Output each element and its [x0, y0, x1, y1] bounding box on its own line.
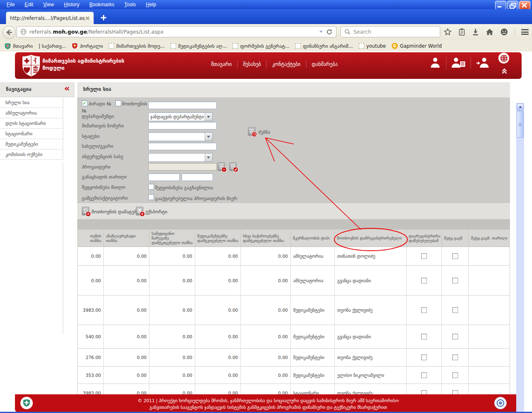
- bookmark-item[interactable]: youtube: [357, 43, 388, 49]
- downloads-icon[interactable]: [472, 28, 479, 36]
- registered-checkbox[interactable]: [421, 278, 427, 283]
- search-input[interactable]: Search: [341, 26, 440, 37]
- menu-file[interactable]: File: [7, 2, 15, 7]
- col-header-medications-approved[interactable]: მედიკამენტებზე დამტკიცებული თანხა: [195, 230, 241, 247]
- chat-icon[interactable]: [500, 28, 508, 36]
- vertical-scrollbar[interactable]: [516, 103, 524, 413]
- notified-checkbox[interactable]: [452, 372, 458, 378]
- registered-checkbox[interactable]: [421, 372, 427, 378]
- notified-checkbox[interactable]: [452, 253, 458, 259]
- sidebar-item-medications[interactable]: მედიკამენტები: [0, 139, 63, 149]
- notified-checkbox[interactable]: [452, 390, 458, 394]
- address-bar[interactable]: referrals.moh.gov.ge/ReferralsHall/Pages…: [17, 26, 336, 37]
- scroll-up-button[interactable]: [517, 103, 524, 110]
- col-header-medical-approved[interactable]: სამედიცინო ჩარევაზე დამტკიცებული თანხა: [150, 230, 195, 247]
- sidebar-item-hospital[interactable]: სტაციონარი: [0, 129, 63, 139]
- close-button[interactable]: [519, 1, 530, 10]
- sidebar-collapse-icon[interactable]: «: [64, 83, 70, 93]
- col-header-registrar[interactable]: მოთხოვნის დამრეგისტრირებელი: [335, 230, 407, 247]
- intervention-select[interactable]: [148, 153, 213, 162]
- nav-about[interactable]: შესახებ: [238, 61, 267, 68]
- notified-checkbox[interactable]: [452, 334, 458, 340]
- export-icon[interactable]: X+: [136, 207, 143, 215]
- collapse-header-icon[interactable]: [501, 67, 508, 76]
- col-header-request-amount[interactable]: ოვნის თანხა: [78, 230, 104, 247]
- bookmark-item[interactable]: ფინანსური ანგარიშ...: [293, 43, 355, 49]
- col-header-notification-sent[interactable]: შეტყ.გაგზ: [442, 230, 469, 247]
- col-header-treatment-type[interactable]: მკურნალობის ტიპი: [291, 230, 335, 247]
- id-number-input[interactable]: [148, 102, 217, 109]
- chevron-down-icon[interactable]: [205, 133, 212, 141]
- bookmark-star-icon[interactable]: [444, 28, 452, 36]
- nav-main[interactable]: მთავარი: [206, 61, 238, 68]
- scrollbar-thumb[interactable]: [517, 111, 524, 138]
- col-header-reimbursable-amount[interactable]: ანაზღაურებადი თანხა: [104, 230, 150, 247]
- url-dropdown-icon[interactable]: [319, 31, 323, 33]
- bookmark-item[interactable]: GGapminder World: [390, 43, 444, 49]
- tab-close-icon[interactable]: [85, 16, 90, 21]
- date-to-input[interactable]: [181, 174, 213, 181]
- status-select[interactable]: [148, 132, 213, 141]
- bookmark-item[interactable]: მთავარი: [2, 43, 35, 49]
- minimize-button[interactable]: [495, 1, 506, 10]
- restore-button[interactable]: [507, 1, 518, 10]
- activated-checkbox[interactable]: [148, 194, 154, 200]
- bookmark-item[interactable]: მიმართვების მოდუ...: [107, 43, 167, 49]
- clipboard-icon[interactable]: [458, 28, 466, 36]
- bookmark-item[interactable]: პორტალი: [70, 43, 105, 49]
- provider-clear-icon[interactable]: [229, 162, 237, 171]
- name-input[interactable]: [148, 143, 217, 150]
- notified-checkbox[interactable]: [452, 354, 458, 360]
- registered-checkbox[interactable]: [421, 354, 427, 360]
- col-header-notification-date[interactable]: შეტყ.გაგზ. თარიღი: [469, 230, 510, 247]
- col-header-other-approved[interactable]: სხვა საჭიროებებზე დამტკიცებული თანხა: [241, 230, 291, 247]
- back-button[interactable]: [2, 26, 16, 39]
- chevron-down-icon[interactable]: [205, 113, 212, 121]
- registered-checkbox[interactable]: [421, 307, 427, 313]
- registered-checkbox[interactable]: [421, 390, 427, 394]
- notified-checkbox[interactable]: [452, 307, 458, 313]
- department-select[interactable]: ჯანდაცვის დეპარტამენტი (მე: [148, 112, 213, 121]
- add-request-button[interactable]: მოთხოვნის დამატება: [91, 209, 139, 215]
- user-list-icon[interactable]: [446, 57, 471, 69]
- notification-sent-label: შეტყობინება გაგზავნილია: [155, 185, 213, 191]
- search-records-button[interactable]: [248, 127, 255, 136]
- sidebar-item-full-list[interactable]: სრული სია: [0, 98, 63, 108]
- reload-icon[interactable]: [326, 29, 333, 35]
- home-icon[interactable]: [485, 28, 494, 36]
- personal-no-checkbox[interactable]: [82, 100, 88, 106]
- registered-checkbox[interactable]: [421, 334, 427, 340]
- col-header-registered-by-institution[interactable]: დაარეგისტრირა დაწესებულებამ: [407, 230, 442, 247]
- bookmark-item[interactable]: ფორმების გენერატ...: [230, 43, 292, 49]
- menu-hamburger-icon[interactable]: [521, 29, 529, 35]
- menu-history[interactable]: History: [64, 2, 79, 7]
- menu-bookmarks[interactable]: Bookmarks: [89, 2, 114, 7]
- registered-checkbox[interactable]: [421, 253, 427, 259]
- menu-view[interactable]: View: [43, 2, 54, 7]
- bookmark-item[interactable]: | საქართვ...: [37, 43, 68, 49]
- add-request-icon[interactable]: +: [82, 207, 89, 215]
- nav-contacts[interactable]: კონტაქტები: [267, 61, 306, 68]
- date-from-input[interactable]: [148, 174, 180, 181]
- menu-edit[interactable]: Edit: [25, 2, 33, 7]
- export-button[interactable]: ექსპორტი: [145, 209, 167, 215]
- sidebar-item-commission-protocols[interactable]: კომისიის ოქმები: [0, 149, 63, 160]
- provider-select-icon[interactable]: [218, 162, 225, 171]
- new-tab-button[interactable]: [99, 13, 109, 22]
- chevron-down-icon[interactable]: [205, 154, 212, 161]
- notification-sent-checkbox[interactable]: [148, 184, 154, 190]
- sidebar-item-ambulatory[interactable]: ამბულატორია: [0, 108, 63, 118]
- referral-number-input[interactable]: [148, 122, 217, 130]
- menu-help[interactable]: Help: [146, 2, 156, 7]
- language-globe-icon[interactable]: [498, 53, 509, 64]
- sidebar-item-day-hospital[interactable]: დღის სტაციონარი: [0, 118, 63, 129]
- menu-tools[interactable]: Tools: [124, 2, 136, 7]
- user-login-icon[interactable]: [471, 57, 494, 69]
- active-tab[interactable]: http://referrals....l/Pages/List.aspx: [6, 12, 94, 24]
- user-icon[interactable]: [424, 57, 446, 69]
- notified-checkbox[interactable]: [452, 278, 458, 283]
- request-no-checkbox[interactable]: [115, 100, 121, 106]
- search-button-label[interactable]: ძებნა: [258, 130, 270, 135]
- bookmark-item[interactable]: მედიკამენტების აღ...: [169, 43, 229, 49]
- nav-help[interactable]: დახმარება: [306, 61, 343, 68]
